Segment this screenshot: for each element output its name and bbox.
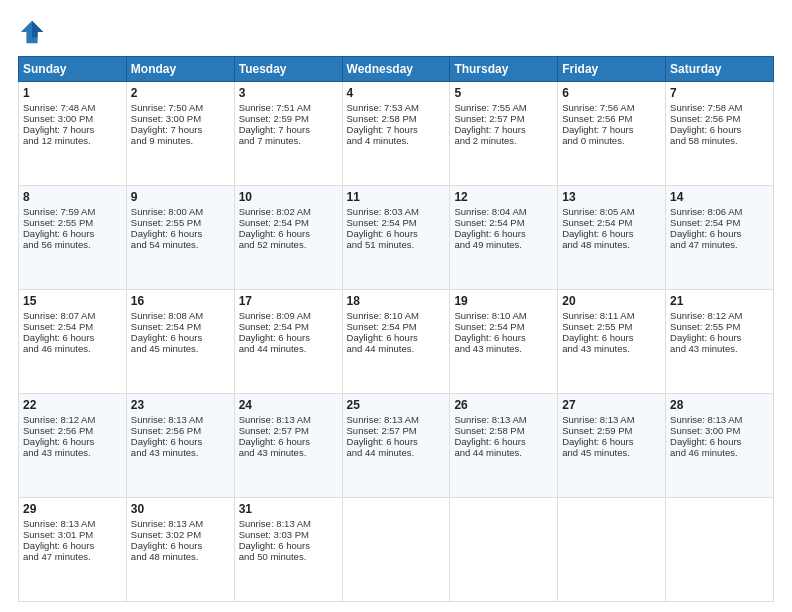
calendar-week-row: 22Sunrise: 8:12 AMSunset: 2:56 PMDayligh…	[19, 394, 774, 498]
day-info-line: and 43 minutes.	[23, 447, 122, 458]
day-info-line: Sunrise: 8:04 AM	[454, 206, 553, 217]
calendar-header: SundayMondayTuesdayWednesdayThursdayFrid…	[19, 57, 774, 82]
day-info-line: Daylight: 6 hours	[23, 540, 122, 551]
day-info-line: Daylight: 6 hours	[454, 228, 553, 239]
day-info-line: Daylight: 6 hours	[347, 332, 446, 343]
calendar-cell	[450, 498, 558, 602]
calendar-cell: 31Sunrise: 8:13 AMSunset: 3:03 PMDayligh…	[234, 498, 342, 602]
calendar-week-row: 1Sunrise: 7:48 AMSunset: 3:00 PMDaylight…	[19, 82, 774, 186]
day-info-line: Sunrise: 7:58 AM	[670, 102, 769, 113]
day-info-line: Sunset: 2:55 PM	[23, 217, 122, 228]
day-info-line: Daylight: 6 hours	[131, 540, 230, 551]
calendar-cell: 8Sunrise: 7:59 AMSunset: 2:55 PMDaylight…	[19, 186, 127, 290]
day-info-line: and 4 minutes.	[347, 135, 446, 146]
weekday-header: Saturday	[666, 57, 774, 82]
day-info-line: and 0 minutes.	[562, 135, 661, 146]
day-info-line: Sunset: 2:54 PM	[131, 321, 230, 332]
svg-marker-1	[32, 21, 43, 38]
day-info-line: Sunrise: 8:13 AM	[670, 414, 769, 425]
day-info-line: and 50 minutes.	[239, 551, 338, 562]
day-info-line: Daylight: 6 hours	[670, 436, 769, 447]
day-info-line: and 2 minutes.	[454, 135, 553, 146]
day-info-line: Sunset: 2:58 PM	[347, 113, 446, 124]
day-number: 31	[239, 502, 338, 516]
calendar-cell: 5Sunrise: 7:55 AMSunset: 2:57 PMDaylight…	[450, 82, 558, 186]
day-info-line: Sunrise: 7:56 AM	[562, 102, 661, 113]
calendar-cell: 9Sunrise: 8:00 AMSunset: 2:55 PMDaylight…	[126, 186, 234, 290]
day-info-line: Sunrise: 8:13 AM	[239, 414, 338, 425]
day-info-line: and 56 minutes.	[23, 239, 122, 250]
calendar-cell: 15Sunrise: 8:07 AMSunset: 2:54 PMDayligh…	[19, 290, 127, 394]
day-info-line: and 52 minutes.	[239, 239, 338, 250]
day-info-line: Sunrise: 8:12 AM	[23, 414, 122, 425]
calendar-week-row: 8Sunrise: 7:59 AMSunset: 2:55 PMDaylight…	[19, 186, 774, 290]
day-info-line: Sunrise: 8:05 AM	[562, 206, 661, 217]
day-info-line: Sunrise: 8:12 AM	[670, 310, 769, 321]
calendar-cell: 13Sunrise: 8:05 AMSunset: 2:54 PMDayligh…	[558, 186, 666, 290]
day-info-line: Sunset: 2:57 PM	[239, 425, 338, 436]
weekday-header: Monday	[126, 57, 234, 82]
day-number: 14	[670, 190, 769, 204]
day-info-line: Sunset: 2:55 PM	[131, 217, 230, 228]
day-number: 25	[347, 398, 446, 412]
day-info-line: Daylight: 6 hours	[670, 228, 769, 239]
day-info-line: Daylight: 6 hours	[347, 436, 446, 447]
day-number: 26	[454, 398, 553, 412]
day-info-line: Sunset: 2:54 PM	[347, 321, 446, 332]
calendar-cell: 11Sunrise: 8:03 AMSunset: 2:54 PMDayligh…	[342, 186, 450, 290]
day-info-line: Daylight: 6 hours	[131, 228, 230, 239]
day-info-line: and 54 minutes.	[131, 239, 230, 250]
day-info-line: Daylight: 6 hours	[23, 332, 122, 343]
day-info-line: Sunrise: 8:06 AM	[670, 206, 769, 217]
day-number: 17	[239, 294, 338, 308]
day-info-line: and 49 minutes.	[454, 239, 553, 250]
calendar-cell: 29Sunrise: 8:13 AMSunset: 3:01 PMDayligh…	[19, 498, 127, 602]
day-info-line: and 43 minutes.	[670, 343, 769, 354]
day-info-line: Daylight: 6 hours	[131, 436, 230, 447]
calendar-cell: 28Sunrise: 8:13 AMSunset: 3:00 PMDayligh…	[666, 394, 774, 498]
calendar-cell: 26Sunrise: 8:13 AMSunset: 2:58 PMDayligh…	[450, 394, 558, 498]
calendar-cell: 2Sunrise: 7:50 AMSunset: 3:00 PMDaylight…	[126, 82, 234, 186]
day-info-line: Sunrise: 7:59 AM	[23, 206, 122, 217]
day-info-line: Daylight: 7 hours	[239, 124, 338, 135]
day-info-line: Sunrise: 8:10 AM	[454, 310, 553, 321]
day-info-line: Daylight: 6 hours	[454, 332, 553, 343]
day-info-line: and 45 minutes.	[562, 447, 661, 458]
day-info-line: and 45 minutes.	[131, 343, 230, 354]
day-info-line: Sunrise: 7:51 AM	[239, 102, 338, 113]
calendar-cell: 20Sunrise: 8:11 AMSunset: 2:55 PMDayligh…	[558, 290, 666, 394]
day-info-line: Sunset: 2:56 PM	[131, 425, 230, 436]
day-info-line: Daylight: 7 hours	[131, 124, 230, 135]
day-number: 16	[131, 294, 230, 308]
header	[18, 18, 774, 46]
day-info-line: Daylight: 6 hours	[562, 436, 661, 447]
day-info-line: and 47 minutes.	[23, 551, 122, 562]
day-info-line: and 12 minutes.	[23, 135, 122, 146]
day-info-line: and 44 minutes.	[347, 447, 446, 458]
calendar: SundayMondayTuesdayWednesdayThursdayFrid…	[18, 56, 774, 602]
day-info-line: Daylight: 6 hours	[23, 436, 122, 447]
day-info-line: Daylight: 6 hours	[239, 332, 338, 343]
day-info-line: and 58 minutes.	[670, 135, 769, 146]
day-info-line: Daylight: 6 hours	[670, 332, 769, 343]
day-info-line: Sunrise: 8:10 AM	[347, 310, 446, 321]
day-number: 19	[454, 294, 553, 308]
day-info-line: Daylight: 7 hours	[454, 124, 553, 135]
day-info-line: Sunrise: 8:03 AM	[347, 206, 446, 217]
calendar-cell: 30Sunrise: 8:13 AMSunset: 3:02 PMDayligh…	[126, 498, 234, 602]
day-info-line: Sunrise: 8:07 AM	[23, 310, 122, 321]
calendar-cell: 16Sunrise: 8:08 AMSunset: 2:54 PMDayligh…	[126, 290, 234, 394]
day-info-line: Sunset: 2:57 PM	[347, 425, 446, 436]
day-info-line: Sunset: 3:01 PM	[23, 529, 122, 540]
day-info-line: Sunset: 2:56 PM	[562, 113, 661, 124]
calendar-cell: 12Sunrise: 8:04 AMSunset: 2:54 PMDayligh…	[450, 186, 558, 290]
day-info-line: Daylight: 6 hours	[23, 228, 122, 239]
day-number: 5	[454, 86, 553, 100]
day-info-line: Sunset: 2:54 PM	[562, 217, 661, 228]
day-info-line: and 44 minutes.	[239, 343, 338, 354]
weekday-header: Friday	[558, 57, 666, 82]
day-info-line: Sunset: 3:03 PM	[239, 529, 338, 540]
weekday-header: Sunday	[19, 57, 127, 82]
day-info-line: Daylight: 6 hours	[239, 228, 338, 239]
day-info-line: Daylight: 7 hours	[23, 124, 122, 135]
